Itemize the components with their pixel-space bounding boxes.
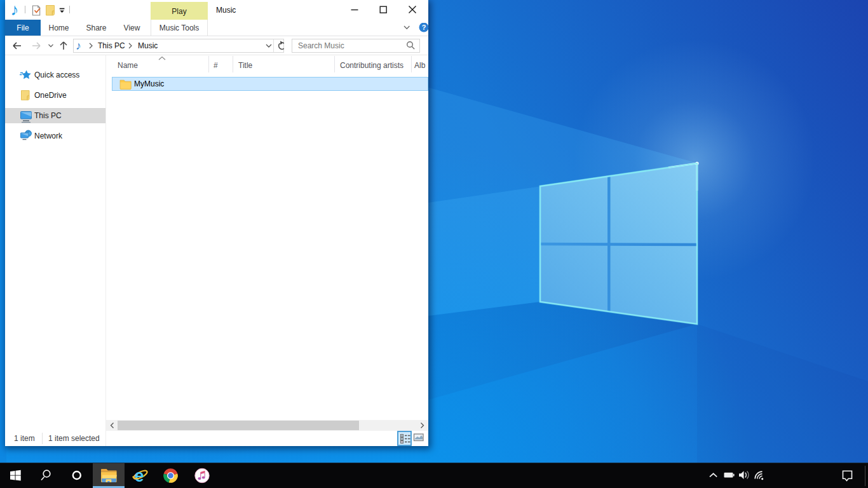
- svg-text:♪: ♪: [76, 39, 81, 52]
- svg-text:♪: ♪: [11, 0, 19, 19]
- svg-text:?: ?: [422, 24, 426, 31]
- svg-text:e: e: [135, 466, 144, 485]
